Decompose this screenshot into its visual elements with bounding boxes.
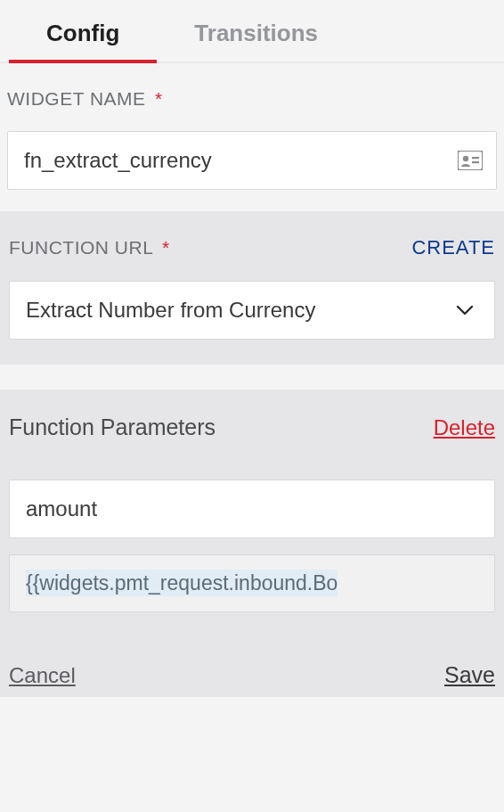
save-button[interactable]: Save [444, 662, 495, 688]
function-url-label: FUNCTION URL * [9, 237, 170, 258]
widget-name-input[interactable] [7, 131, 497, 190]
cancel-button[interactable]: Cancel [9, 663, 76, 688]
function-url-select[interactable]: Extract Number from Currency [9, 281, 495, 340]
tabs-bar: Config Transitions [0, 0, 504, 63]
required-asterisk: * [155, 88, 163, 109]
required-asterisk: * [162, 237, 170, 258]
function-parameters-title: Function Parameters [9, 414, 215, 440]
delete-link[interactable]: Delete [434, 415, 495, 440]
tab-transitions[interactable]: Transitions [157, 12, 355, 62]
section-widget-name: WIDGET NAME * [0, 63, 504, 211]
section-function-parameters: Function Parameters Delete {{widgets.pmt… [0, 390, 504, 637]
widget-name-label-text: WIDGET NAME [7, 88, 146, 109]
parameter-value-text: {{widgets.pmt_request.inbound.Bo [26, 570, 337, 596]
function-url-label-text: FUNCTION URL [9, 237, 153, 258]
parameter-value-input[interactable]: {{widgets.pmt_request.inbound.Bo [9, 554, 495, 612]
svg-rect-2 [472, 157, 479, 159]
svg-rect-0 [458, 151, 483, 170]
widget-name-label: WIDGET NAME * [7, 88, 497, 110]
widget-name-input-wrap [7, 131, 497, 190]
id-card-icon [458, 151, 483, 170]
section-function-url: FUNCTION URL * CREATE Extract Number fro… [0, 211, 504, 365]
create-link[interactable]: CREATE [411, 236, 495, 259]
parameter-key-input[interactable] [9, 480, 495, 538]
svg-point-1 [463, 156, 468, 161]
function-url-label-row: FUNCTION URL * CREATE [9, 236, 495, 259]
chevron-down-icon [455, 300, 475, 320]
function-url-selected: Extract Number from Currency [26, 298, 315, 322]
footer-row: Cancel Save [0, 637, 504, 697]
tab-config[interactable]: Config [9, 12, 157, 62]
function-parameters-header: Function Parameters Delete [9, 414, 495, 440]
svg-rect-3 [472, 161, 479, 163]
